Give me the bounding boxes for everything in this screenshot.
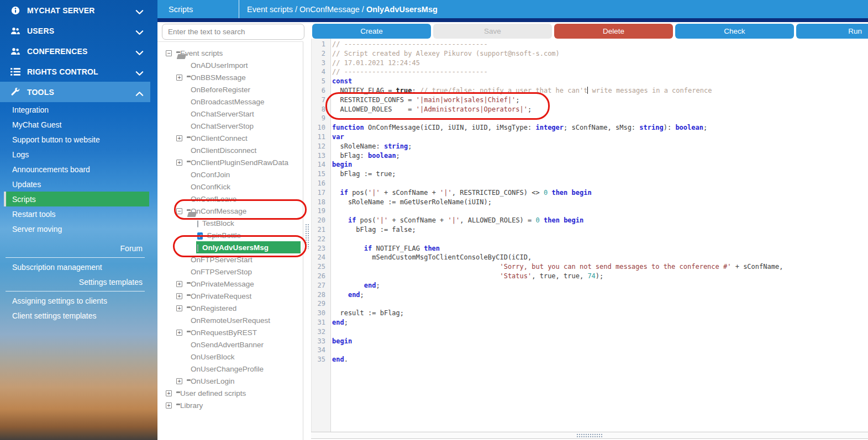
tree-item-onconfmessage[interactable]: −OnConfMessage — [157, 205, 301, 217]
sidebar-item-announcements-board[interactable]: Announcements board — [0, 162, 150, 177]
sidebar-link-forum[interactable]: Forum — [0, 241, 150, 256]
code-line: 34 — [311, 346, 868, 355]
sidebar-sections: MYCHAT SERVERUSERSCONFERENCESRIGHTS CONT… — [0, 0, 157, 102]
line-number: 16 — [311, 179, 329, 188]
tree-item-onprivaterequest[interactable]: +OnPrivateRequest — [157, 290, 301, 302]
sidebar-item-server-moving[interactable]: Server moving — [0, 221, 150, 236]
code-line: 28 end; — [311, 290, 868, 300]
save-button[interactable]: Save — [433, 24, 552, 39]
expand-icon[interactable]: + — [176, 281, 182, 287]
run-button[interactable]: Run — [796, 24, 868, 39]
sidebar-item-scripts[interactable]: Scripts — [4, 192, 149, 206]
tree-item-onftpserverstop[interactable]: OnFTPServerStop — [157, 266, 301, 278]
tree-item-onuserblock[interactable]: OnUserBlock — [157, 351, 301, 363]
expand-icon[interactable]: + — [176, 305, 182, 311]
tree-item-onuserchangeprofile[interactable]: OnUserChangeProfile — [157, 363, 301, 375]
collapse-icon[interactable]: − — [176, 208, 182, 214]
checkbox-icon[interactable] — [197, 243, 198, 252]
line-number: 15 — [311, 169, 329, 179]
line-number: 33 — [311, 337, 329, 346]
sidebar-section-users[interactable]: USERS — [0, 20, 150, 41]
sidebar-link-assigning-settings-to-clients[interactable]: Assigning settings to clients — [0, 293, 150, 308]
tree-item-onuserlogin[interactable]: +OnUserLogin — [157, 375, 301, 387]
tree-item-onclientdisconnect[interactable]: OnClientDisconnect — [157, 144, 301, 156]
tab-scripts[interactable]: Scripts — [157, 0, 239, 18]
code-line: 20 if pos('|' + sConfName + '|', ALLOWED… — [311, 216, 868, 225]
expand-icon[interactable]: + — [176, 135, 182, 141]
sidebar: MYCHAT SERVERUSERSCONFERENCESRIGHTS CONT… — [0, 0, 157, 440]
delete-button[interactable]: Delete — [554, 24, 673, 39]
sidebar-link-subscription-management[interactable]: Subscription management — [0, 259, 150, 274]
sidebar-item-updates[interactable]: Updates — [0, 177, 150, 192]
section-label: TOOLS — [27, 88, 135, 97]
mychat-server-admin: MYCHAT SERVERUSERSCONFERENCESRIGHTS CONT… — [0, 0, 868, 440]
expand-icon[interactable]: + — [166, 402, 172, 409]
tree-item-onremoteuserrequest[interactable]: OnRemoteUserRequest — [157, 314, 301, 326]
search-input[interactable] — [162, 24, 304, 40]
tree-item-testblock[interactable]: TestBlock — [157, 217, 301, 229]
code-line: 3// 17.01.2021 12:24:45 — [311, 59, 868, 68]
sidebar-divider — [6, 291, 145, 291]
tree-item-onclientconnect[interactable]: +OnClientConnect — [157, 132, 301, 144]
vertical-splitter[interactable] — [303, 41, 311, 432]
sidebar-section-conferences[interactable]: CONFERENCES — [0, 41, 150, 61]
line-number: 31 — [311, 318, 329, 327]
code-editor[interactable]: 1// ------------------------------------… — [311, 39, 868, 432]
sidebar-item-restart-tools[interactable]: Restart tools — [0, 206, 150, 221]
tree-item-onconfkick[interactable]: OnConfKick — [157, 181, 301, 193]
sidebar-links: ForumSubscription managementSettings tem… — [0, 236, 157, 323]
tree-item-user-defined-scripts[interactable]: +User defined scripts — [157, 387, 301, 399]
sidebar-link-settings-templates[interactable]: Settings templates — [0, 274, 150, 289]
tree-item-event-scripts[interactable]: −Event scripts — [157, 47, 301, 59]
sidebar-section-mychat-server[interactable]: MYCHAT SERVER — [0, 0, 150, 20]
tree-item-onclientpluginsendrawdata[interactable]: +OnClientPluginSendRawData — [157, 156, 301, 168]
tree-item-onftpserverstart[interactable]: OnFTPServerStart — [157, 253, 301, 266]
tree-item-onbbsmessage[interactable]: +OnBBSMessage — [157, 71, 301, 83]
create-button[interactable]: Create — [312, 24, 431, 39]
tree-item-onchatserverstart[interactable]: OnChatServerStart — [157, 108, 301, 120]
check-button[interactable]: Check — [675, 24, 794, 39]
tree-item-label: OnUserBlock — [191, 353, 235, 361]
sidebar-section-tools[interactable]: TOOLS — [0, 82, 150, 102]
script-tree: −Event scriptsOnADUserImport+OnBBSMessag… — [157, 41, 303, 440]
expand-icon[interactable]: + — [176, 160, 182, 166]
tree-item-onconfleave[interactable]: OnConfLeave — [157, 193, 301, 205]
line-number: 14 — [311, 160, 329, 169]
sidebar-item-logs[interactable]: Logs — [0, 147, 150, 162]
tree-item-label: OnADUserImport — [191, 61, 248, 70]
sidebar-section-rights-control[interactable]: RIGHTS CONTROL — [0, 61, 150, 82]
tree-item-onbeforeregister[interactable]: OnBeforeRegister — [157, 83, 301, 96]
expand-icon[interactable]: + — [166, 390, 172, 396]
expand-icon[interactable]: + — [176, 75, 182, 81]
sidebar-item-support-button-to-website[interactable]: Support button to website — [0, 132, 150, 147]
checkbox-icon[interactable] — [197, 219, 198, 227]
expand-icon[interactable]: + — [176, 330, 182, 336]
section-label: RIGHTS CONTROL — [27, 67, 135, 76]
checkbox-checked-icon[interactable]: ✓ — [197, 231, 203, 240]
tree-item-onbroadcastmessage[interactable]: OnBroadcastMessage — [157, 96, 301, 108]
tree-item-onregistered[interactable]: +OnRegistered — [157, 302, 301, 314]
sidebar-link-client-settings-templates[interactable]: Client settings templates — [0, 308, 150, 323]
line-number: 7 — [311, 96, 329, 105]
info-icon — [10, 6, 20, 15]
collapse-icon[interactable]: − — [166, 50, 172, 56]
tree-item-spinbottle[interactable]: ✓SpinBottle — [157, 229, 301, 241]
tree-item-onsendadvertbanner[interactable]: OnSendAdvertBanner — [157, 338, 301, 351]
sidebar-item-mychat-guest[interactable]: MyChat Guest — [0, 117, 150, 132]
tree-item-onlyadvusersmsg[interactable]: OnlyAdvUsersMsg — [157, 241, 301, 253]
splitter-grip-icon — [577, 436, 602, 437]
sidebar-item-integration[interactable]: Integration — [0, 102, 150, 117]
tree-item-onprivatemessage[interactable]: +OnPrivateMessage — [157, 278, 301, 290]
code-line: 27 end; — [311, 281, 868, 290]
line-number: 3 — [311, 59, 329, 68]
line-number: 25 — [311, 262, 329, 272]
tree-item-onconfjoin[interactable]: OnConfJoin — [157, 168, 301, 181]
expand-icon[interactable]: + — [176, 293, 182, 299]
tree-item-label: OnRemoteUserRequest — [191, 316, 270, 325]
horizontal-splitter[interactable] — [311, 432, 868, 439]
tree-item-onrequestbyrest[interactable]: +OnRequestByREST — [157, 326, 301, 338]
tree-item-onaduserimport[interactable]: OnADUserImport — [157, 59, 301, 71]
expand-icon[interactable]: + — [176, 378, 182, 384]
tree-item-library[interactable]: +Library — [157, 399, 301, 411]
tree-item-onchatserverstop[interactable]: OnChatServerStop — [157, 120, 301, 132]
